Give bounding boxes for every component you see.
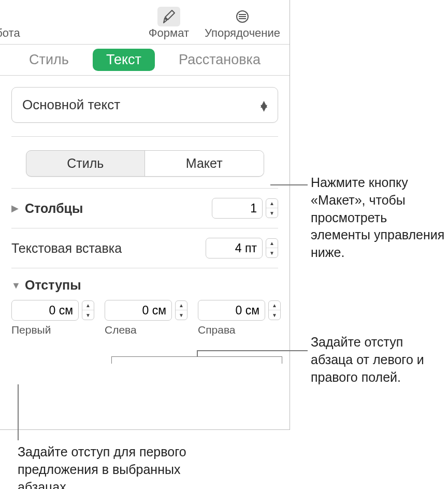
toolbar-item-format[interactable]: Формат xyxy=(149,7,189,40)
toolbar-item-arrange[interactable]: Упорядочение xyxy=(205,7,280,40)
callout-line xyxy=(197,350,198,356)
stepper-down-icon[interactable]: ▼ xyxy=(266,248,278,257)
stepper-up-icon[interactable]: ▲ xyxy=(269,301,280,310)
columns-row: ▶ Столбцы ▲ ▼ xyxy=(11,189,278,228)
stepper-down-icon[interactable]: ▼ xyxy=(176,310,187,320)
indent-right-stepper[interactable]: ▲ ▼ xyxy=(268,300,281,320)
indent-left-stepper[interactable]: ▲ ▼ xyxy=(175,300,187,320)
chevron-right-icon[interactable]: ▶ xyxy=(11,203,20,214)
stepper-up-icon[interactable]: ▲ xyxy=(176,301,187,310)
callout-line xyxy=(197,350,308,351)
paragraph-style-dropdown[interactable]: Основной текст ▴▾ xyxy=(11,87,278,123)
text-inset-input[interactable] xyxy=(206,238,263,258)
indent-left-col: ▲ ▼ Слева xyxy=(105,300,187,336)
indent-first-label: Первый xyxy=(11,324,94,336)
callout-line xyxy=(270,184,308,185)
stepper-up-icon[interactable]: ▲ xyxy=(82,301,94,310)
columns-label: Столбцы xyxy=(25,201,83,216)
inspector-panel: абота Формат Упорядочение Стиль Текст Ра… xyxy=(0,0,290,430)
inspector-tabs: Стиль Текст Расстановка xyxy=(0,45,290,76)
subtab-style[interactable]: Стиль xyxy=(26,151,145,176)
callout-line xyxy=(18,384,19,440)
subtab-layout[interactable]: Макет xyxy=(144,151,264,176)
tab-style[interactable]: Стиль xyxy=(16,49,82,71)
toolbar-label: Формат xyxy=(149,26,189,40)
callout-bracket xyxy=(111,356,282,364)
toolbar-item-collaborate[interactable]: абота xyxy=(0,7,20,40)
toolbar: абота Формат Упорядочение xyxy=(0,0,290,45)
stepper-up-icon[interactable]: ▲ xyxy=(266,199,278,208)
indents-header-row: ▼ Отступы xyxy=(11,268,278,296)
tab-text[interactable]: Текст xyxy=(93,49,155,71)
stepper-down-icon[interactable]: ▼ xyxy=(82,310,94,320)
dropdown-value: Основной текст xyxy=(22,97,120,113)
indents-row: ▲ ▼ Первый ▲ ▼ Слева xyxy=(11,296,278,336)
arrange-icon xyxy=(231,7,254,26)
toolbar-label: Упорядочение xyxy=(205,26,280,40)
text-inset-row: Текстовая вставка ▲ ▼ xyxy=(11,228,278,268)
text-inset-stepper[interactable]: ▲ ▼ xyxy=(266,238,278,258)
stepper-down-icon[interactable]: ▼ xyxy=(269,310,280,320)
content-area: Основной текст ▴▾ Стиль Макет ▶ Столбцы … xyxy=(0,76,290,336)
callout-margins: Задайте отступ абзаца от левого и правог… xyxy=(311,334,443,386)
indent-first-col: ▲ ▼ Первый xyxy=(11,300,94,336)
columns-stepper[interactable]: ▲ ▼ xyxy=(266,198,278,218)
indent-right-label: Справа xyxy=(198,324,281,336)
indent-first-input[interactable] xyxy=(11,300,79,321)
indent-left-input[interactable] xyxy=(105,300,172,321)
callout-first-line: Задайте отступ для первого предложения в… xyxy=(18,443,189,489)
callout-layout: Нажмите кнопку «Макет», чтобы просмотрет… xyxy=(311,174,445,262)
text-subtabs: Стиль Макет xyxy=(26,150,264,177)
text-inset-label: Текстовая вставка xyxy=(11,241,122,256)
stepper-down-icon[interactable]: ▼ xyxy=(266,208,278,218)
brush-icon xyxy=(157,7,180,26)
indent-first-stepper[interactable]: ▲ ▼ xyxy=(82,300,94,320)
chevron-updown-icon: ▴▾ xyxy=(261,101,267,109)
columns-input[interactable] xyxy=(212,198,263,219)
stepper-up-icon[interactable]: ▲ xyxy=(266,239,278,248)
chevron-down-icon[interactable]: ▼ xyxy=(11,280,20,291)
indent-right-col: ▲ ▼ Справа xyxy=(198,300,281,336)
indent-right-input[interactable] xyxy=(198,300,265,321)
indent-left-label: Слева xyxy=(105,324,187,336)
indents-label: Отступы xyxy=(25,278,81,293)
tab-arrange[interactable]: Расстановка xyxy=(165,49,274,71)
toolbar-label: абота xyxy=(0,26,20,40)
